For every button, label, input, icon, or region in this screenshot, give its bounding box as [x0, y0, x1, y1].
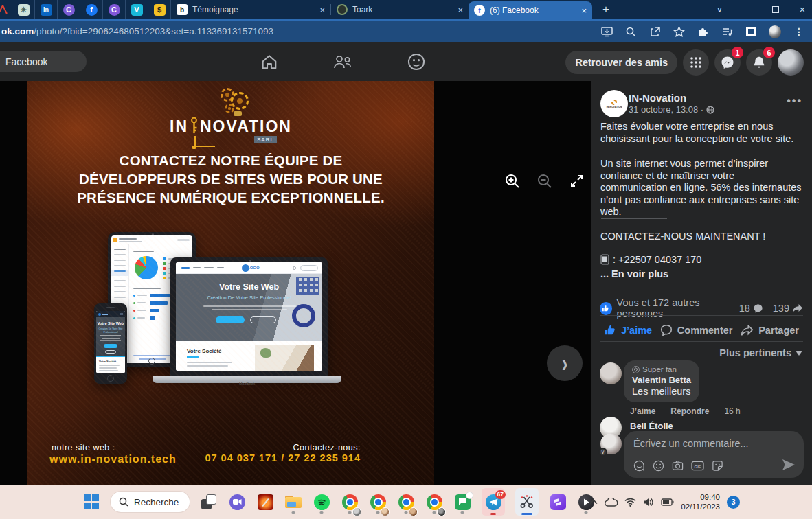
chrome-profile-3-button[interactable] [397, 489, 415, 514]
apps-grid-button[interactable]: 1 [683, 49, 709, 76]
pinned-tab-claude-2[interactable]: C [103, 0, 126, 19]
volume-icon[interactable] [643, 498, 654, 507]
tab-close-icon[interactable]: × [458, 5, 463, 15]
file-explorer-button[interactable] [284, 489, 302, 514]
browser-toolbar: ok.com/photo/?fbid=290624680512203&set=a… [0, 21, 812, 42]
new-tab-button[interactable]: + [592, 3, 620, 16]
spotify-icon [314, 494, 330, 510]
game-app-button[interactable] [256, 489, 274, 514]
tab-temoignage[interactable]: b Témoignage × [171, 0, 330, 19]
notifications-button[interactable]: 6 [746, 49, 772, 76]
like-reaction-icon[interactable] [600, 302, 612, 315]
share-icon[interactable] [649, 25, 661, 38]
notification-count-badge[interactable]: 3 [727, 496, 740, 509]
pinned-tab-linkedin[interactable]: in [35, 0, 58, 19]
url-path: /photo/?fbid=290624680512203&set=a.11336… [34, 26, 273, 36]
camera-icon[interactable] [672, 460, 684, 472]
messenger-button[interactable]: 1 [714, 49, 741, 76]
address-bar[interactable]: ok.com/photo/?fbid=290624680512203&set=a… [1, 26, 273, 36]
wifi-icon[interactable] [624, 498, 636, 507]
pinned-tab-partial[interactable] [0, 0, 12, 19]
bookmark-star-icon[interactable] [673, 25, 685, 38]
extensions-puzzle-icon[interactable] [697, 25, 709, 38]
profile-avatar[interactable] [778, 49, 804, 76]
chrome-profile-2-button[interactable] [369, 489, 387, 514]
facebook-search-input[interactable]: Facebook [0, 51, 87, 72]
tray-clock[interactable]: 09:40 02/11/2023 [681, 492, 720, 511]
chrome-profile-1-button[interactable] [341, 489, 359, 514]
start-button[interactable] [82, 489, 100, 514]
comments-sort-selector[interactable]: Plus pertinents [719, 347, 802, 358]
chat-app-button[interactable] [453, 489, 471, 514]
post-panel: IN-NOVATION IN-Novation 31 octobre, 13:0… [591, 81, 812, 485]
spotify-button[interactable] [313, 489, 330, 514]
avatar-sticker-icon[interactable] [633, 460, 645, 472]
post-options-kebab-icon[interactable]: ••• [787, 95, 802, 107]
comment-time[interactable]: 16 h [724, 406, 740, 416]
telegram-button[interactable]: 67 [482, 488, 505, 516]
fullscreen-expand-button[interactable] [567, 172, 585, 189]
media-controls-icon[interactable] [721, 25, 733, 38]
tab-toark[interactable]: Toark × [331, 0, 469, 19]
pinned-tab-claude[interactable]: C [58, 0, 80, 19]
find-friends-button[interactable]: Retrouver des amis [565, 51, 677, 74]
like-button[interactable]: J’aime [604, 319, 652, 341]
onedrive-cloud-icon[interactable] [605, 498, 618, 507]
snipping-tool-button[interactable] [515, 488, 539, 516]
home-icon[interactable] [260, 52, 280, 71]
clipchamp-button[interactable] [549, 489, 567, 514]
tab-facebook-active[interactable]: f (6) Facebook × [469, 1, 592, 19]
comment-reply-link[interactable]: Répondre [670, 406, 709, 416]
red-app-icon [0, 5, 8, 14]
commenter-name[interactable]: Valentin Betta [632, 375, 691, 385]
pinned-tab-v-app[interactable]: V [126, 0, 148, 19]
tab-search-chevron-icon[interactable]: ∨ [717, 5, 723, 14]
groups-icon[interactable] [407, 52, 427, 71]
battery-icon[interactable] [661, 498, 674, 506]
browser-profile-avatar[interactable] [769, 25, 781, 38]
share-arrow-icon [741, 325, 754, 336]
pinned-tab-chatgpt[interactable]: ✳ [12, 0, 35, 19]
window-maximize-button[interactable] [772, 6, 779, 13]
video-app-button[interactable] [228, 489, 246, 514]
telegram-icon: 67 [486, 494, 501, 510]
sticker-icon[interactable] [712, 460, 723, 472]
comment-like-link[interactable]: J’aime [630, 406, 655, 416]
extension-square-icon[interactable] [745, 25, 757, 38]
chevron-down-icon [796, 351, 802, 356]
browser-menu-kebab-icon[interactable]: ⋮ [793, 25, 805, 38]
window-minimize-button[interactable]: — [743, 5, 752, 14]
commenter-name[interactable]: Bell Étoile [630, 421, 673, 431]
window-close-button[interactable]: × [800, 4, 805, 15]
task-view-button[interactable] [200, 489, 218, 514]
tab-close-icon[interactable]: × [319, 5, 325, 15]
comment-button[interactable]: Commenter [660, 319, 733, 341]
pinned-tab-facebook[interactable]: f [80, 0, 103, 19]
send-comment-icon[interactable] [782, 459, 796, 471]
pinned-tab-dollar[interactable]: $ [148, 0, 171, 19]
post-author-avatar[interactable]: IN-NOVATION [600, 90, 628, 117]
friends-icon[interactable] [332, 52, 353, 71]
comment-composer[interactable]: Écrivez un commentaire... GIF [624, 431, 804, 478]
composer-avatar[interactable]: ∨ [600, 433, 622, 454]
gif-icon[interactable]: GIF [691, 460, 704, 472]
zoom-icon[interactable] [624, 25, 637, 38]
zoom-out-button[interactable] [535, 172, 553, 189]
comment-count[interactable]: 18 [739, 303, 763, 314]
taskbar-search[interactable]: Recherche [111, 492, 190, 512]
chrome-profile-4-button[interactable] [425, 489, 443, 514]
zoom-in-button[interactable] [503, 172, 521, 189]
share-count[interactable]: 139 [773, 303, 803, 314]
emoji-smiley-icon[interactable] [653, 460, 664, 472]
chatgpt-icon: ✳ [18, 4, 30, 16]
commenter-avatar[interactable] [600, 362, 622, 384]
see-more-link[interactable]: ... En voir plus [600, 268, 668, 279]
share-button[interactable]: Partager [741, 319, 799, 341]
folder-icon [285, 496, 302, 508]
tab-close-icon[interactable]: × [581, 5, 587, 16]
likes-summary[interactable]: Vous et 172 autres personnes [617, 297, 739, 319]
post-author-name[interactable]: IN-Novation [629, 92, 686, 104]
install-app-icon[interactable] [600, 25, 613, 38]
next-photo-button[interactable]: › [547, 345, 583, 381]
tray-chevron-up-icon[interactable] [589, 499, 598, 505]
